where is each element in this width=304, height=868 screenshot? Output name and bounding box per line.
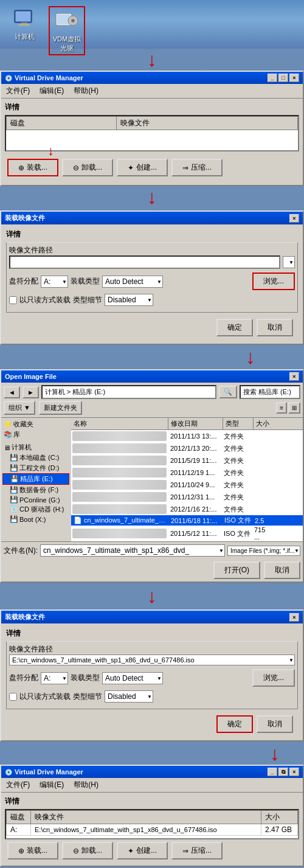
sidebar-computer[interactable]: 🖥 计算机	[2, 442, 69, 453]
open-btn[interactable]: 打开(O)	[213, 561, 260, 579]
drive-row-2: 盘符分配 A: 装载类型 Auto Detect 浏览...	[9, 669, 295, 687]
browse-btn-1[interactable]: 浏览...	[252, 273, 295, 290]
file-row-4[interactable]: 2011/10/24 9... 文件夹	[71, 479, 303, 491]
create-btn-1[interactable]: ✦ 创建...	[117, 159, 168, 176]
nav-forward[interactable]: ►	[22, 386, 39, 398]
filetype-select[interactable]: Image Files (*.img; *.if...	[227, 546, 300, 556]
ok-btn-2[interactable]: 确定	[216, 715, 253, 733]
restore-btn-2[interactable]: ⧉	[278, 768, 288, 776]
file-row-3[interactable]: 2011/12/19 1... 文件夹	[71, 467, 303, 479]
table-row-1[interactable]: A: E:\cn_windows_7_ultimate_with_sp1_x86…	[7, 824, 298, 836]
col-type-header[interactable]: 类型	[223, 418, 254, 429]
subtype-select-1[interactable]: Disabled	[105, 294, 153, 306]
menu-help-2[interactable]: 帮助(H)	[71, 779, 101, 791]
mount-dialog-close-1[interactable]: ×	[289, 214, 299, 223]
view-list-btn[interactable]: ≡	[276, 402, 287, 414]
col-date-header[interactable]: 修改日期	[168, 418, 223, 429]
view-detail-btn[interactable]: ⊞	[288, 402, 300, 414]
path-select-2[interactable]: E:\cn_windows_7_ultimate_with_sp1_x86_dv…	[9, 654, 295, 665]
type-select-1[interactable]: Auto Detect	[102, 276, 163, 288]
sidebar-favorites[interactable]: ⭐ 收藏夹	[2, 419, 69, 429]
minimize-btn-2[interactable]: _	[268, 768, 277, 776]
file-type-6: 文件夹	[224, 505, 254, 514]
open-image-close[interactable]: ×	[289, 372, 299, 381]
subtype-select-2[interactable]: Disabled	[105, 690, 153, 703]
menu-help-1[interactable]: 帮助(H)	[71, 85, 101, 97]
path-row-1	[9, 255, 295, 269]
path-dropdown-1[interactable]	[283, 256, 295, 268]
vdm-icon[interactable]: VDM虚拟光驱	[49, 6, 85, 55]
file-row-0[interactable]: 2011/11/3 13:... 文件夹	[71, 430, 303, 442]
cancel-btn-2[interactable]: 取消	[257, 715, 293, 733]
filename-input[interactable]: cn_windows_7_ultimate_with_sp1_x86_dvd_	[40, 544, 225, 557]
col-image-1[interactable]: 映像文件	[116, 117, 297, 130]
unmount-label-2: 卸载...	[81, 845, 102, 856]
compress-btn-2[interactable]: ⇒ 压缩...	[171, 842, 223, 859]
sidebar-drive-c[interactable]: 💾 本地磁盘 (C:)	[2, 453, 69, 463]
col-name-header[interactable]: 名称	[71, 418, 168, 429]
unmount-btn-2[interactable]: ⊖ 卸载...	[62, 842, 113, 859]
col-size-header[interactable]: 大小	[254, 418, 278, 429]
file-row-7[interactable]: 📄 cn_windows_7_ultimate_with_sp1_x... 20…	[71, 515, 303, 526]
file-row-5[interactable]: 2011/12/31 1... 文件夹	[71, 491, 303, 503]
close-btn-2[interactable]: ×	[289, 768, 299, 776]
mount-dialog-title-1: 装载映像文件	[5, 214, 45, 223]
create-btn-2[interactable]: ✦ 创建...	[117, 842, 168, 859]
sidebar-drive-x[interactable]: 💾 Boot (X:)	[2, 515, 69, 524]
filetype-select-wrapper: Image Files (*.img; *.if...	[227, 546, 300, 556]
sidebar-drive-f[interactable]: 💾 数据备份 (F:)	[2, 485, 69, 495]
search-btn[interactable]: 🔍	[219, 386, 237, 398]
col-image-2[interactable]: 映像文件	[31, 811, 261, 824]
mount-btn-1[interactable]: ⊕ 装载...	[7, 159, 58, 176]
sidebar-drive-h[interactable]: 💿 CD 驱动器 (H:)	[2, 504, 69, 515]
address-box[interactable]: 计算机 > 精品库 (E:)	[41, 385, 216, 399]
fm-sidebar: ⭐ 收藏夹 📚 库 🖥 计算机 💾 本地磁盘 (C:) 💾 工程文件 (D:)	[1, 418, 71, 541]
menu-edit-2[interactable]: 编辑(E)	[37, 779, 66, 791]
compress-btn-1[interactable]: ⇒ 压缩...	[171, 159, 223, 176]
mount-btn-2[interactable]: ⊕ 装载...	[7, 842, 58, 859]
search-box[interactable]: 搜索 精品库 (E:)	[240, 385, 300, 399]
type-select-2[interactable]: Auto Detect	[102, 672, 163, 684]
new-folder-btn[interactable]: 新建文件夹	[39, 401, 82, 415]
close-btn-1[interactable]: ×	[289, 74, 299, 82]
open-image-title: Open Image File	[5, 373, 57, 380]
file-row-6[interactable]: 2012/1/16 21:... 文件夹	[71, 503, 303, 515]
path-input-1[interactable]	[9, 255, 280, 269]
iso-icon-7: 📄	[74, 516, 82, 524]
file-row-1[interactable]: 2012/1/13 20:... 文件夹	[71, 442, 303, 454]
maximize-btn-1[interactable]: □	[278, 74, 288, 82]
ok-btn-1[interactable]: 确定	[216, 319, 253, 336]
readonly-checkbox-2[interactable]	[9, 693, 17, 701]
fm-cancel-btn[interactable]: 取消	[264, 561, 300, 579]
sidebar-drive-d[interactable]: 💾 工程文件 (D:)	[2, 463, 69, 473]
minimize-btn-1[interactable]: _	[268, 74, 277, 82]
drive-select-1[interactable]: A:	[41, 276, 68, 288]
menu-edit-1[interactable]: 编辑(E)	[37, 85, 66, 97]
library-label: 库	[13, 430, 20, 439]
readonly-checkbox-1[interactable]	[9, 296, 17, 304]
menu-file-2[interactable]: 文件(F)	[4, 779, 32, 791]
col-disk-1[interactable]: 磁盘	[7, 117, 117, 130]
file-type-3: 文件夹	[224, 468, 254, 477]
drive-select-2[interactable]: A:	[41, 672, 68, 684]
vdm-data-table-1: 磁盘 映像文件	[6, 116, 298, 130]
nav-back[interactable]: ◄	[4, 386, 20, 398]
type-select-wrapper-1: Auto Detect	[102, 276, 163, 288]
computer-icon[interactable]: 计算机	[6, 6, 43, 41]
organize-btn[interactable]: 组织 ▼	[4, 401, 35, 415]
file-row-8[interactable]: 2011/5/12 11:... ISO 文件 715 ...	[71, 526, 303, 541]
col-disk-2[interactable]: 磁盘	[7, 811, 31, 824]
vdm-window-2: 💿 Virtual Drive Manager _ ⧉ × 文件(F) 编辑(E…	[0, 765, 304, 867]
col-size-2[interactable]: 大小	[261, 811, 298, 824]
file-type-8: ISO 文件	[224, 529, 254, 538]
sidebar-drive-e[interactable]: 💾 精品库 (E:)	[2, 473, 69, 485]
menu-file-1[interactable]: 文件(F)	[4, 85, 32, 97]
sidebar-drive-g[interactable]: 💾 PConline (G:)	[2, 495, 69, 504]
cancel-btn-1[interactable]: 取消	[257, 319, 293, 336]
mount-dialog-close-2[interactable]: ×	[289, 613, 299, 622]
sidebar-library[interactable]: 📚 库	[2, 429, 69, 440]
file-row-2[interactable]: 2011/5/19 11:... 文件夹	[71, 454, 303, 467]
unmount-btn-1[interactable]: ⊖ 卸载...	[62, 159, 113, 176]
browse-btn-2[interactable]: 浏览...	[252, 669, 295, 687]
arrow5-container: ↓	[0, 744, 304, 763]
